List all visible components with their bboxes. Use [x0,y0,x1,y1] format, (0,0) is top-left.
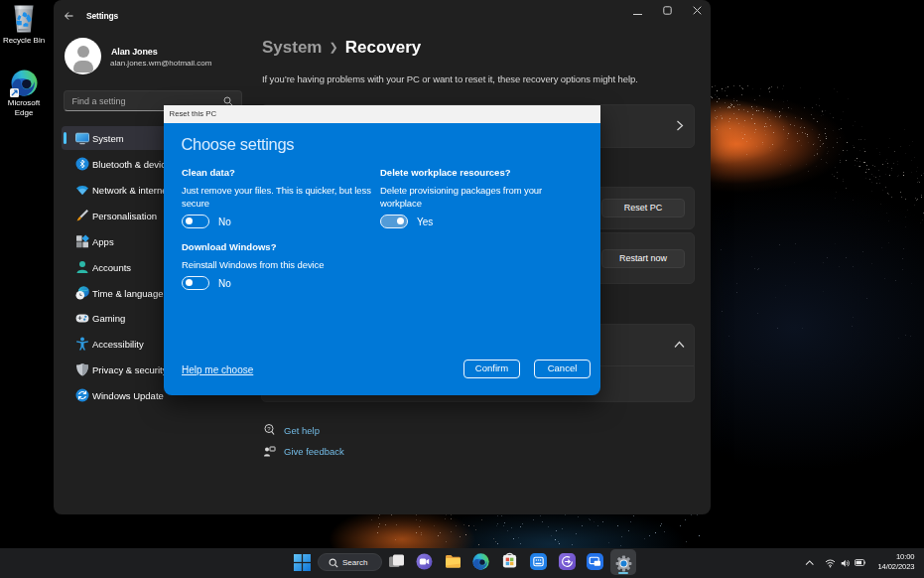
svg-text:?: ? [267,426,271,432]
